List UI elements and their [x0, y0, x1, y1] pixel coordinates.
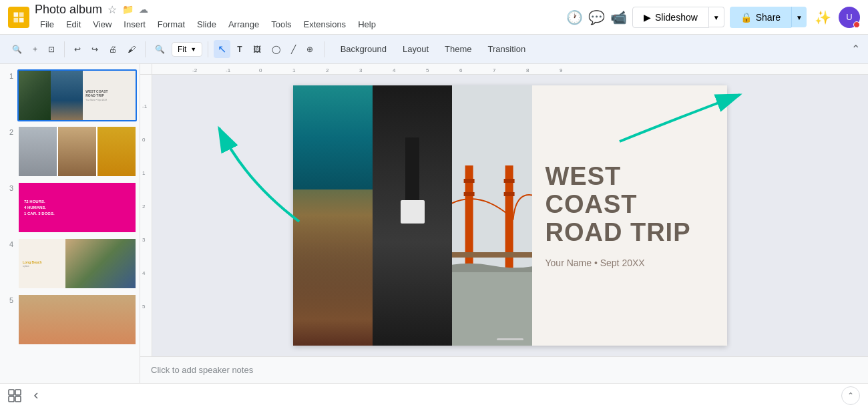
menu-bar: File Edit View Insert Format Slide Arran… — [35, 17, 381, 32]
slide-content: WEST COAST ROAD TRIP Your Name • Sept 20… — [293, 85, 727, 346]
paint-format-button[interactable]: 🖌 — [124, 42, 140, 57]
ruler-corner — [140, 64, 152, 75]
text-tool[interactable]: T — [233, 42, 246, 57]
slide-preview-1[interactable]: WEST COASTROAD TRIP Your Name • Sept 20X… — [17, 69, 137, 121]
print-button[interactable]: 🖨 — [105, 42, 121, 57]
slide1-thumb-title: WEST COASTROAD TRIP — [85, 89, 133, 97]
zoom-reset-button[interactable]: 🔍 — [151, 42, 169, 57]
slide-thumbnail-3[interactable]: 3 72 HOURS.4 HUMANS.1 CAR. 3 DOGS. — [3, 181, 137, 234]
accessibility-button[interactable]: ⌃ — [841, 386, 860, 405]
svg-rect-37 — [9, 396, 14, 402]
slideshow-dropdown-button[interactable]: ▼ — [709, 7, 724, 27]
toolbar-separator-1 — [64, 41, 65, 57]
image-tool[interactable]: 🖼 — [249, 42, 265, 57]
notification-badge — [853, 21, 860, 28]
document-title[interactable]: Photo album — [35, 3, 102, 17]
slide-number-5: 5 — [3, 294, 13, 304]
photo-strip — [293, 85, 532, 346]
line-tool[interactable]: ╱ — [287, 42, 300, 57]
canvas-scroll[interactable]: WEST COAST ROAD TRIP Your Name • Sept 20… — [152, 75, 868, 356]
star-icon[interactable]: ☆ — [107, 3, 117, 16]
canvas-with-ruler: -1 0 1 2 3 4 5 — [140, 75, 868, 356]
sidebar-toggle-button[interactable] — [29, 389, 43, 402]
transition-button[interactable]: Transition — [481, 41, 533, 57]
folder-icon[interactable]: 📁 — [122, 4, 134, 15]
slide-thumbnail-2[interactable]: 2 — [3, 125, 137, 177]
menu-edit[interactable]: Edit — [61, 17, 86, 32]
svg-text:-1: -1 — [142, 103, 148, 109]
slide-subtitle[interactable]: Your Name • Sept 20XX — [546, 258, 714, 268]
svg-text:-2: -2 — [192, 67, 198, 73]
comments-icon[interactable]: 💬 — [588, 9, 605, 25]
slide-thumbnail-5[interactable]: 5 — [3, 294, 137, 346]
undo-button[interactable]: ↩ — [70, 42, 85, 57]
menu-tools[interactable]: Tools — [266, 17, 296, 32]
svg-text:1: 1 — [292, 67, 296, 73]
menu-insert[interactable]: Insert — [118, 17, 151, 32]
collapse-toolbar-button[interactable]: ⌃ — [851, 43, 860, 55]
svg-text:4: 4 — [142, 270, 146, 276]
svg-text:2: 2 — [326, 67, 329, 73]
slide-panel: 1 WEST COASTROAD TRIP Your Name • Sept 2… — [0, 64, 140, 383]
svg-text:6: 6 — [459, 67, 463, 73]
zoom-in-button[interactable]: + — [29, 42, 41, 57]
slide-preview-5[interactable] — [17, 294, 137, 346]
cloud-icon[interactable]: ☁ — [139, 4, 148, 15]
layout-button[interactable]: Layout — [396, 41, 435, 57]
svg-rect-3 — [19, 17, 24, 22]
slide4-title: Long Beach — [23, 260, 61, 264]
slide-preview-2[interactable] — [17, 125, 137, 177]
history-icon[interactable]: 🕐 — [566, 9, 583, 25]
slide-main-title[interactable]: WEST COAST ROAD TRIP — [546, 163, 714, 246]
zoom-control[interactable]: Fit ▼ — [172, 42, 202, 57]
redo-button[interactable]: ↪ — [87, 42, 102, 57]
main-slide[interactable]: WEST COAST ROAD TRIP Your Name • Sept 20… — [293, 85, 727, 346]
menu-format[interactable]: Format — [152, 17, 190, 32]
titlebar: Photo album ☆ 📁 ☁ File Edit View Insert … — [0, 0, 868, 35]
ai-sparkle-icon[interactable]: ✨ — [812, 7, 833, 28]
comment-tool[interactable]: ⊕ — [302, 42, 317, 57]
svg-text:0: 0 — [142, 137, 146, 143]
menu-help[interactable]: Help — [353, 17, 381, 32]
svg-text:8: 8 — [526, 67, 529, 73]
search-button[interactable]: 🔍 — [8, 42, 26, 57]
slide-preview-3[interactable]: 72 HOURS.4 HUMANS.1 CAR. 3 DOGS. — [17, 181, 137, 234]
svg-text:2: 2 — [142, 204, 146, 210]
theme-button[interactable]: Theme — [438, 41, 478, 57]
svg-text:5: 5 — [426, 67, 429, 73]
main-area: 1 WEST COASTROAD TRIP Your Name • Sept 2… — [0, 64, 868, 383]
grid-view-button[interactable] — [8, 389, 21, 402]
svg-rect-0 — [14, 12, 19, 17]
slide-thumbnail-4[interactable]: 4 Long Beach a place — [3, 238, 137, 290]
svg-text:1: 1 — [142, 170, 146, 176]
slide-thumbnail-1[interactable]: 1 WEST COASTROAD TRIP Your Name • Sept 2… — [3, 69, 137, 121]
menu-file[interactable]: File — [35, 17, 59, 32]
feet-overlay — [389, 137, 437, 294]
menu-view[interactable]: View — [87, 17, 117, 32]
svg-text:4: 4 — [393, 67, 396, 73]
menu-slide[interactable]: Slide — [192, 17, 222, 32]
menu-arrange[interactable]: Arrange — [223, 17, 264, 32]
title-right-actions: 🕐 💬 📹 ▶ Slideshow ▼ 🔒 Share ▼ ✨ U — [566, 7, 860, 28]
share-button[interactable]: 🔒 Share — [730, 7, 791, 28]
background-button[interactable]: Background — [334, 41, 393, 57]
svg-rect-38 — [15, 396, 21, 402]
svg-text:9: 9 — [560, 67, 563, 73]
toolbar-separator-2 — [145, 41, 146, 57]
app-icon — [8, 7, 29, 28]
speaker-notes[interactable]: Click to add speaker notes — [140, 356, 868, 383]
slide-preview-4[interactable]: Long Beach a place — [17, 238, 137, 290]
cursor-tool[interactable]: ↖ — [214, 40, 230, 58]
menu-extensions[interactable]: Extensions — [298, 17, 352, 32]
svg-rect-2 — [14, 17, 19, 22]
share-dropdown-button[interactable]: ▼ — [791, 7, 807, 27]
slide-text-area[interactable]: WEST COAST ROAD TRIP Your Name • Sept 20… — [532, 85, 728, 346]
camera-icon[interactable]: 📹 — [610, 9, 627, 25]
user-avatar[interactable]: U — [839, 7, 860, 28]
slideshow-button[interactable]: ▶ Slideshow — [632, 7, 709, 28]
svg-text:-1: -1 — [226, 67, 231, 73]
shapes-tool[interactable]: ◯ — [268, 42, 284, 57]
svg-rect-30 — [504, 192, 515, 196]
zoom-out-button[interactable]: ⊡ — [44, 42, 59, 57]
zoom-dropdown-icon: ▼ — [190, 46, 196, 53]
